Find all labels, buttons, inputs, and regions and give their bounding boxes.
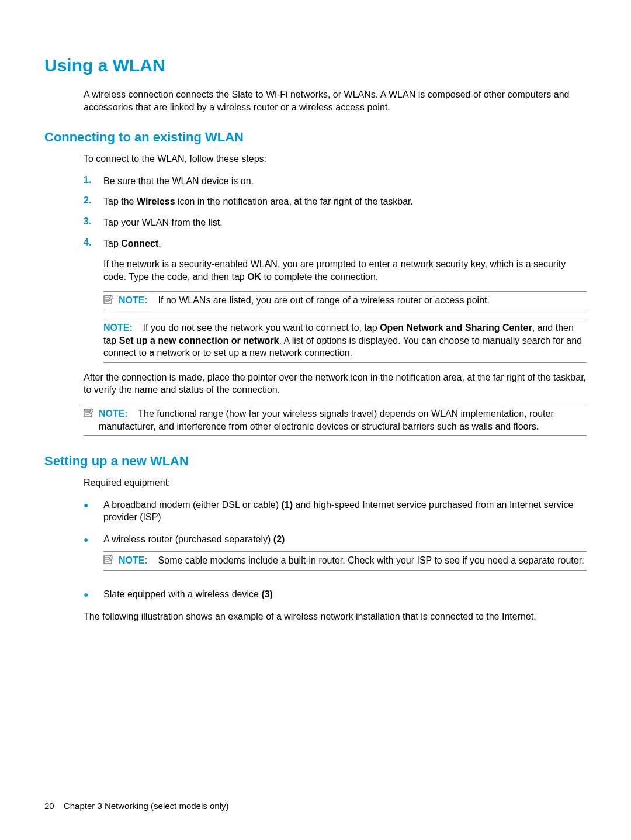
note-box-2: NOTE: If you do not see the network you … [103,319,587,363]
step-marker: 2. [84,195,103,208]
step-content: Be sure that the WLAN device is on. [103,175,587,188]
equipment-list: ● A broadband modem (either DSL or cable… [84,499,587,601]
note-label: NOTE: [99,409,128,419]
after-connection-para: After the connection is made, place the … [84,371,587,396]
section2-intro: Required equipment: [84,476,587,489]
chapter-label: Chapter 3 Networking (select models only… [64,801,229,811]
label-1-bold: (1) [281,500,293,510]
intro-paragraph: A wireless connection connects the Slate… [84,88,587,113]
note-icon [103,295,116,304]
step-content: Tap Connect. If the network is a securit… [103,237,587,284]
section1-intro: To connect to the WLAN, follow these ste… [84,153,587,165]
step-marker: 4. [84,237,103,284]
step-text: Tap [103,238,121,248]
note-icon [103,555,116,564]
bullet-marker: ● [84,499,103,524]
step-content: Tap your WLAN from the list. [103,216,587,229]
bullet-text: A broadband modem (either DSL or cable) [103,500,281,510]
bullet-text: A wireless router (purchased separately) [103,534,273,544]
setup-connection-bold: Set up a new connection or network [119,336,279,345]
wireless-bold: Wireless [137,196,175,206]
note-box-1: NOTE: If no WLANs are listed, you are ou… [103,291,587,310]
section-connecting: Connecting to an existing WLAN To connec… [44,130,587,436]
open-network-bold: Open Network and Sharing Center [380,323,532,333]
page-number: 20 [44,801,54,811]
bullet-marker: ● [84,533,103,579]
note-text [150,295,158,305]
step-4: 4. Tap Connect. If the network is a secu… [84,237,587,284]
illustration-intro: The following illustration shows an exam… [84,610,587,623]
step-text: . [158,238,161,248]
label-2-bold: (2) [273,534,285,544]
step-marker: 1. [84,175,103,188]
label-3-bold: (3) [261,589,273,599]
note-icon [84,408,96,417]
note-box-router: NOTE: Some cable modems include a built-… [103,551,587,571]
step-text: Tap the [103,196,137,206]
step-followup: to complete the connection. [261,272,378,282]
ok-bold: OK [247,272,261,282]
note-text: If no WLANs are listed, you are out of r… [158,295,490,305]
note-box-3: NOTE: The functional range (how far your… [84,405,587,436]
step-text: icon in the notification area, at the fa… [175,196,413,206]
section-heading-setup: Setting up a new WLAN [44,454,587,469]
note-text: If you do not see the network you want t… [143,323,380,333]
note-label: NOTE: [103,323,133,333]
note-label: NOTE: [119,555,148,565]
note-label: NOTE: [119,295,148,305]
bullet-marker: ● [84,588,103,601]
section-heading-connecting: Connecting to an existing WLAN [44,130,587,145]
step-3: 3. Tap your WLAN from the list. [84,216,587,229]
section-setup: Setting up a new WLAN Required equipment… [44,454,587,623]
bullet-text: Slate equipped with a wireless device [103,589,261,599]
step-1: 1. Be sure that the WLAN device is on. [84,175,587,188]
step-content: Tap the Wireless icon in the notificatio… [103,195,587,208]
page-footer: 20 Chapter 3 Networking (select models o… [44,801,228,811]
step-marker: 3. [84,216,103,229]
list-item: ● A broadband modem (either DSL or cable… [84,499,587,524]
list-item: ● Slate equipped with a wireless device … [84,588,587,601]
list-item: ● A wireless router (purchased separatel… [84,533,587,579]
page-title: Using a WLAN [44,56,587,75]
note-text: The functional range (how far your wirel… [99,409,554,431]
steps-list: 1. Be sure that the WLAN device is on. 2… [84,175,587,284]
connect-bold: Connect [121,238,158,248]
step-2: 2. Tap the Wireless icon in the notifica… [84,195,587,208]
note-text: Some cable modems include a built-in rou… [158,555,584,565]
